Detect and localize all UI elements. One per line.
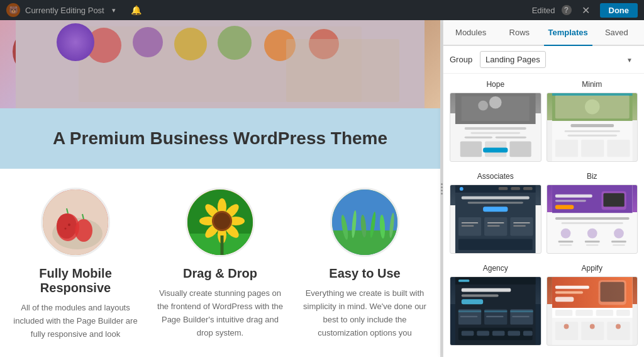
svg-rect-126 (555, 292, 582, 294)
svg-rect-47 (496, 137, 526, 139)
svg-rect-102 (458, 280, 470, 282)
template-associates-thumb[interactable] (450, 184, 541, 254)
top-bar-right: Edited ? ✕ Done (532, 3, 638, 18)
feature-desc-mobile: All of the modules and layouts included … (13, 302, 138, 341)
help-icon[interactable]: ? (562, 5, 572, 15)
feature-desc-dragdrop: Visually create stunning pages on the fr… (157, 287, 283, 339)
templates-row-3: Agency (450, 264, 638, 346)
svg-rect-129 (555, 310, 572, 316)
svg-rect-60 (581, 140, 604, 157)
feature-circle-sunflower (186, 188, 255, 257)
svg-point-5 (218, 26, 252, 60)
group-label: Group (450, 55, 475, 64)
main-layout: A Premium Business WordPress Theme (0, 20, 644, 357)
svg-rect-125 (555, 286, 589, 289)
svg-rect-75 (462, 222, 479, 224)
template-minim: Minim (547, 80, 638, 162)
tab-modules[interactable]: Modules (447, 20, 495, 46)
features-section: Fully Mobile Responsive All of the modul… (0, 169, 440, 357)
svg-rect-45 (470, 132, 520, 134)
svg-rect-104 (462, 294, 499, 297)
svg-rect-85 (603, 193, 624, 207)
svg-point-65 (460, 187, 464, 191)
svg-rect-120 (523, 331, 533, 336)
svg-rect-116 (462, 331, 474, 336)
template-hope: Hope (450, 80, 541, 162)
svg-point-15 (75, 219, 92, 242)
tab-rows[interactable]: Rows (495, 20, 543, 46)
svg-point-137 (589, 324, 594, 329)
svg-rect-77 (487, 222, 504, 224)
template-agency-thumb[interactable] (450, 276, 541, 346)
svg-rect-130 (575, 310, 592, 316)
feature-title-easy: Easy to Use (302, 266, 428, 281)
template-hope-thumb[interactable] (450, 93, 541, 162)
group-select[interactable]: Landing Pages Business Portfolio Blog (480, 51, 546, 68)
template-appify-thumb[interactable] (547, 276, 638, 346)
svg-rect-62 (552, 93, 632, 96)
svg-rect-94 (558, 241, 573, 242)
template-minim-thumb[interactable] (547, 93, 638, 162)
page-content: A Premium Business WordPress Theme (0, 20, 440, 357)
tab-saved[interactable]: Saved (592, 20, 641, 46)
template-hope-name: Hope (450, 80, 541, 89)
template-biz-name: Biz (547, 172, 638, 181)
svg-point-136 (564, 324, 569, 329)
svg-rect-68 (523, 187, 533, 190)
svg-rect-46 (465, 137, 492, 139)
svg-rect-99 (613, 244, 625, 246)
svg-point-13 (68, 224, 70, 226)
svg-rect-44 (465, 127, 526, 130)
svg-rect-132 (616, 310, 630, 316)
svg-rect-81 (458, 239, 533, 250)
edited-status: Edited (532, 6, 555, 15)
tab-templates[interactable]: Templates (544, 20, 592, 46)
svg-point-29 (214, 213, 230, 229)
svg-rect-112 (460, 316, 477, 317)
bell-icon[interactable]: 🔔 (131, 5, 142, 15)
svg-rect-96 (611, 241, 626, 242)
svg-rect-59 (555, 140, 577, 157)
hero-text-section: A Premium Business WordPress Theme (0, 108, 440, 169)
svg-rect-89 (555, 217, 629, 220)
chevron-down-icon[interactable]: ▾ (112, 6, 116, 14)
svg-point-43 (489, 96, 502, 109)
svg-rect-70 (468, 202, 523, 204)
svg-rect-66 (499, 187, 508, 190)
svg-rect-50 (509, 142, 531, 157)
svg-rect-80 (513, 225, 526, 227)
done-button[interactable]: Done (600, 3, 638, 18)
feature-item-mobile: Fully Mobile Responsive All of the modul… (13, 188, 138, 341)
svg-point-3 (133, 27, 163, 57)
logo-avatar: 🐻 (6, 3, 20, 17)
close-button[interactable]: ✕ (578, 3, 594, 18)
feature-item-dragdrop: Drag & Drop Visually create stunning pag… (157, 188, 283, 341)
svg-rect-110 (484, 310, 507, 312)
svg-rect-69 (462, 196, 530, 200)
top-bar: 🐻 Currently Editing Post ▾ 🔔 Edited ? ✕ … (0, 0, 644, 20)
template-appify: Appify (547, 264, 638, 346)
svg-point-93 (614, 229, 624, 239)
svg-rect-48 (460, 142, 482, 157)
svg-rect-131 (596, 310, 613, 316)
svg-rect-56 (570, 124, 614, 127)
svg-rect-87 (555, 200, 586, 202)
template-biz-thumb[interactable] (547, 184, 638, 254)
feature-title-mobile: Fully Mobile Responsive (13, 266, 138, 295)
svg-point-4 (174, 28, 207, 60)
template-biz: Biz (547, 172, 638, 254)
templates-row-2: Associates (450, 172, 638, 254)
svg-rect-51 (483, 147, 508, 152)
svg-rect-97 (559, 244, 572, 246)
page-title: Currently Editing Post (25, 6, 104, 15)
svg-point-42 (478, 101, 488, 111)
template-minim-name: Minim (547, 80, 638, 89)
svg-rect-57 (564, 130, 619, 132)
svg-rect-86 (555, 195, 592, 198)
template-associates-name: Associates (450, 172, 541, 181)
svg-point-92 (587, 229, 597, 239)
top-bar-left: 🐻 Currently Editing Post ▾ 🔔 (6, 3, 142, 17)
svg-rect-67 (511, 187, 520, 190)
template-agency: Agency (450, 264, 541, 346)
group-select-wrap: Landing Pages Business Portfolio Blog (480, 51, 638, 68)
